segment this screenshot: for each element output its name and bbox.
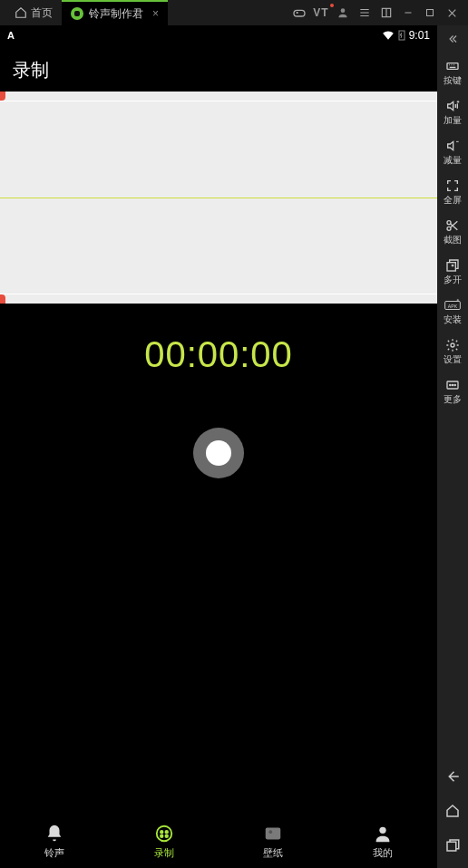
nav-wallpaper[interactable]: 壁纸 <box>262 823 284 860</box>
svg-rect-16 <box>447 263 455 271</box>
nav-profile[interactable]: 我的 <box>372 823 394 860</box>
svg-point-9 <box>165 834 168 837</box>
svg-point-15 <box>447 227 451 230</box>
rail-label: 截图 <box>444 236 462 245</box>
rail-label: 更多 <box>444 395 462 404</box>
svg-point-7 <box>165 830 168 833</box>
rail-screenshot[interactable]: 截图 <box>437 212 468 252</box>
rail-label: 全屏 <box>444 196 462 205</box>
keyboard-icon <box>444 58 461 74</box>
status-time: 9:01 <box>409 29 430 42</box>
rail-volume-down[interactable]: 减量 <box>437 132 468 172</box>
svg-point-19 <box>451 343 454 347</box>
user-icon <box>372 823 394 844</box>
wifi-icon <box>382 31 395 40</box>
svg-text:APK: APK <box>448 304 458 309</box>
nav-label: 我的 <box>373 846 393 860</box>
android-status-bar: A 9:01 <box>0 25 437 45</box>
tab-home-label: 首页 <box>31 5 53 21</box>
nav-label: 铃声 <box>44 846 64 860</box>
record-button[interactable] <box>193 428 244 478</box>
rail-label: 加量 <box>444 116 462 125</box>
scissors-icon <box>444 217 461 234</box>
gamepad-icon[interactable] <box>288 2 310 24</box>
svg-rect-24 <box>447 842 456 851</box>
trim-marker-bottom[interactable] <box>0 294 5 304</box>
maximize-icon[interactable] <box>419 2 441 24</box>
page-title: 录制 <box>0 45 437 92</box>
svg-point-11 <box>269 830 273 834</box>
vt-indicator[interactable]: VT <box>310 2 332 24</box>
image-icon <box>262 823 284 844</box>
gear-icon <box>444 337 461 353</box>
battery-icon <box>398 30 405 41</box>
rail-install-apk[interactable]: APK 安装 <box>437 292 468 332</box>
close-tab-icon[interactable]: × <box>152 7 159 20</box>
recorder-area: 00:00:00 <box>0 304 437 814</box>
svg-point-8 <box>161 834 163 837</box>
trim-marker-top[interactable] <box>0 92 5 101</box>
apk-icon: APK <box>444 297 461 313</box>
svg-rect-3 <box>427 10 434 16</box>
rail-volume-up[interactable]: 加量 <box>437 92 468 132</box>
svg-point-22 <box>452 384 453 385</box>
emulator-titlebar: 首页 铃声制作君 × VT <box>0 0 468 25</box>
rail-label: 按键 <box>444 76 462 85</box>
bottom-nav: 铃声 录制 壁纸 我的 <box>0 814 437 868</box>
user-icon[interactable] <box>332 2 354 24</box>
recorder-timer: 00:00:00 <box>144 334 293 375</box>
android-recent-icon[interactable] <box>444 837 461 855</box>
rail-multi-instance[interactable]: 多开 <box>437 252 468 292</box>
bell-icon <box>44 823 65 844</box>
rail-label: 设置 <box>444 355 462 364</box>
waveform-canvas <box>0 92 437 304</box>
home-icon <box>15 6 27 19</box>
collapse-sidebar-icon[interactable] <box>437 31 468 53</box>
volume-down-icon <box>444 138 461 154</box>
nav-label: 壁纸 <box>263 846 283 860</box>
minimize-icon[interactable] <box>397 2 419 24</box>
tab-app[interactable]: 铃声制作君 × <box>62 0 168 25</box>
android-home-icon[interactable] <box>444 803 461 821</box>
status-left: A <box>7 30 15 41</box>
multi-icon <box>444 257 461 274</box>
svg-point-23 <box>454 384 455 385</box>
rail-label: 多开 <box>444 275 462 285</box>
rail-settings[interactable]: 设置 <box>437 332 468 371</box>
nav-ringtone[interactable]: 铃声 <box>44 823 65 860</box>
app-icon <box>71 7 83 20</box>
svg-point-12 <box>379 826 385 833</box>
emulator-sidebar: 按键 加量 减量 全屏 截图 多开 APK 安装 设置 <box>437 25 468 868</box>
svg-point-21 <box>450 384 451 385</box>
close-window-icon[interactable] <box>441 2 463 24</box>
menu-icon[interactable] <box>354 2 375 24</box>
svg-point-1 <box>341 8 346 13</box>
android-back-icon[interactable] <box>444 768 461 786</box>
phone-viewport: A 9:01 录制 00:00:00 铃声 <box>0 25 437 868</box>
nav-label: 录制 <box>154 846 174 860</box>
svg-point-14 <box>447 221 451 225</box>
svg-rect-13 <box>447 63 458 70</box>
nav-record[interactable]: 录制 <box>153 823 175 860</box>
more-icon <box>444 377 461 393</box>
svg-point-6 <box>161 830 163 833</box>
rail-label: 减量 <box>444 156 462 165</box>
screenshot-icon[interactable] <box>375 2 397 24</box>
svg-point-5 <box>157 825 172 841</box>
svg-rect-10 <box>266 827 281 839</box>
fullscreen-icon <box>444 178 461 194</box>
volume-up-icon <box>444 98 461 114</box>
rail-label: 安装 <box>444 315 462 324</box>
rail-keymap[interactable]: 按键 <box>437 53 468 92</box>
rail-more[interactable]: 更多 <box>437 371 468 411</box>
rail-fullscreen[interactable]: 全屏 <box>437 172 468 212</box>
svg-rect-0 <box>294 10 305 16</box>
tab-app-label: 铃声制作君 <box>89 6 143 22</box>
tab-home[interactable]: 首页 <box>5 0 62 25</box>
record-icon <box>153 823 175 844</box>
